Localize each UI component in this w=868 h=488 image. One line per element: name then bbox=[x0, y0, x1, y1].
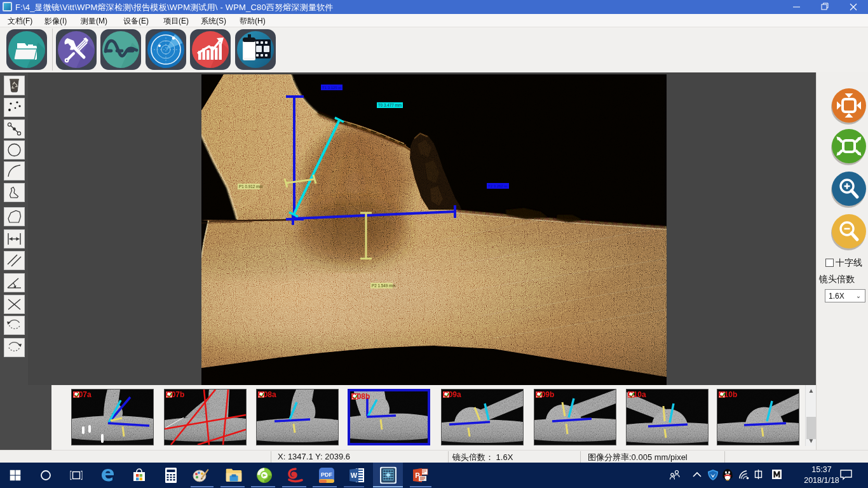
svg-text:T0 3.477 mm: T0 3.477 mm bbox=[378, 103, 402, 107]
svg-text:P1 0.912 mm: P1 0.912 mm bbox=[239, 184, 262, 189]
svg-text:T2 3.262 m: T2 3.262 m bbox=[488, 184, 507, 188]
svg-text:P2 1.549 mm: P2 1.549 mm bbox=[372, 283, 395, 288]
svg-text:T1 3.125 m: T1 3.125 m bbox=[322, 86, 341, 90]
